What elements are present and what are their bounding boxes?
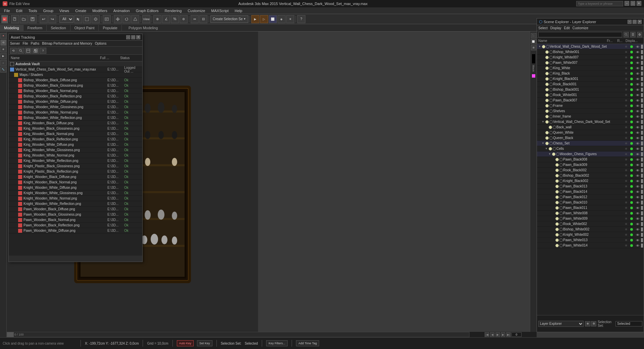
mirror-btn[interactable]: ⇔ bbox=[191, 15, 199, 23]
scene-display-toggle[interactable] bbox=[634, 205, 641, 211]
scene-list-item[interactable]: Pawn_Black007 ❄ bbox=[537, 98, 644, 103]
scene-render-toggle[interactable] bbox=[629, 178, 634, 184]
scene-list-item[interactable]: Knight_White002 ❄ bbox=[537, 232, 644, 237]
scene-bottom-btn-2[interactable]: ⚙ bbox=[591, 321, 596, 326]
scene-render-toggle[interactable] bbox=[629, 103, 634, 108]
align-btn[interactable]: ⊟ bbox=[199, 15, 207, 23]
app-logo-btn[interactable]: M bbox=[1, 15, 8, 23]
asset-list-item[interactable]: Knight_Wooden_Black_Normal.png E:\3D... … bbox=[9, 180, 142, 185]
scene-render-toggle[interactable] bbox=[629, 71, 634, 76]
scene-render-toggle[interactable] bbox=[629, 243, 634, 248]
render-frame-btn[interactable]: ⬜ bbox=[269, 15, 277, 23]
scene-freeze-toggle[interactable]: ❄ bbox=[624, 87, 629, 92]
close-button[interactable]: ✕ bbox=[637, 1, 641, 6]
scene-search-icon[interactable] bbox=[624, 32, 629, 37]
scene-display-toggle[interactable] bbox=[634, 76, 641, 82]
scene-expander[interactable] bbox=[551, 201, 555, 205]
asset-list-item[interactable]: Bishop_Wooden_Black_Normal.png E:\3D... … bbox=[9, 88, 142, 94]
scene-render-toggle[interactable] bbox=[629, 194, 634, 200]
snap-btn[interactable]: ⊕ bbox=[153, 15, 161, 23]
asset-menu-bitmap[interactable]: Bitmap Performance and Memory bbox=[42, 42, 92, 45]
scene-freeze-toggle[interactable]: ❄ bbox=[624, 60, 629, 66]
scene-render-toggle[interactable] bbox=[629, 135, 634, 141]
asset-list-item[interactable]: King_Wooden_White_Glossiness.png E:\3D..… bbox=[9, 147, 142, 153]
asset-list-item[interactable]: Bishop_Wooden_Black_Reflection.png E:\3D… bbox=[9, 94, 142, 99]
scene-settings-btn[interactable]: ⚙ bbox=[637, 32, 642, 37]
tab-populate[interactable]: Populate bbox=[99, 25, 121, 31]
scene-display-toggle[interactable] bbox=[634, 108, 641, 114]
scene-display-toggle[interactable] bbox=[634, 49, 641, 55]
asset-menu-options[interactable]: Options bbox=[95, 42, 106, 45]
scene-display-toggle[interactable] bbox=[634, 151, 641, 157]
scene-list-item[interactable]: Pawn_Black014 ❄ bbox=[537, 189, 644, 194]
asset-vault-row[interactable]: Autodesk Vault bbox=[9, 61, 142, 67]
scene-expander[interactable] bbox=[544, 125, 548, 129]
scene-display-toggle[interactable] bbox=[634, 178, 641, 184]
tab-modeling[interactable]: Modeling bbox=[0, 25, 23, 31]
scene-freeze-toggle[interactable]: ❄ bbox=[624, 130, 629, 135]
key-filters-btn[interactable]: Key Filters... bbox=[266, 340, 288, 346]
scene-list-item[interactable]: Inner_frame ❄ bbox=[537, 114, 644, 119]
menu-create[interactable]: Create bbox=[72, 8, 89, 13]
scene-menu-customize[interactable]: Customize bbox=[573, 26, 588, 30]
scene-list-item[interactable]: Rook_Black001 ❄ bbox=[537, 82, 644, 87]
asset-list-item[interactable]: Bishop_Wooden_White_Reflection.png E:\3D… bbox=[9, 115, 142, 121]
scene-list-item[interactable]: Queen_Black ❄ bbox=[537, 135, 644, 141]
scene-list-item[interactable]: Knight_Black002 ❄ bbox=[537, 178, 644, 184]
auto-key-btn[interactable]: Auto Key bbox=[177, 340, 194, 346]
asset-maximize-btn[interactable]: □ bbox=[131, 35, 135, 39]
scene-render-toggle[interactable] bbox=[629, 119, 634, 125]
asset-list-item[interactable]: King_Wooden_White_Reflection.png E:\3D..… bbox=[9, 158, 142, 164]
asset-tb-btn-4[interactable] bbox=[32, 48, 39, 54]
scene-display-toggle[interactable] bbox=[634, 157, 641, 162]
tab-object-paint[interactable]: Object Paint bbox=[70, 25, 99, 31]
scene-expander[interactable] bbox=[551, 168, 555, 172]
scene-freeze-toggle[interactable]: ❄ bbox=[624, 135, 629, 141]
utility-panel-btn[interactable]: 🔧 bbox=[0, 67, 6, 73]
asset-list-item[interactable]: Bishop_Wooden_White_Diffuse.png E:\3D...… bbox=[9, 99, 142, 104]
scene-freeze-toggle[interactable]: ❄ bbox=[624, 76, 629, 82]
menu-customize[interactable]: Customize bbox=[185, 8, 208, 13]
asset-menu-file[interactable]: File bbox=[22, 42, 28, 45]
scene-list-item[interactable]: Bishop_Black002 ❄ bbox=[537, 173, 644, 178]
asset-list-item[interactable]: King_Wooden_White_Diffuse.png E:\3D... O… bbox=[9, 142, 142, 147]
scene-render-toggle[interactable] bbox=[629, 66, 634, 71]
scene-close-btn[interactable]: ✕ bbox=[638, 20, 642, 24]
scene-expander[interactable] bbox=[551, 233, 555, 237]
scene-display-toggle[interactable] bbox=[634, 114, 641, 119]
scene-freeze-toggle[interactable]: ❄ bbox=[624, 227, 629, 232]
scene-menu-edit[interactable]: Edit bbox=[564, 26, 570, 30]
scene-render-toggle[interactable] bbox=[629, 157, 634, 162]
scene-render-toggle[interactable] bbox=[629, 162, 634, 168]
asset-menu-server[interactable]: Server bbox=[10, 42, 20, 45]
scene-expander[interactable] bbox=[541, 66, 545, 70]
scene-display-toggle[interactable] bbox=[634, 146, 641, 151]
add-time-tag-btn[interactable]: Add Time Tag bbox=[296, 340, 319, 346]
scene-expander[interactable] bbox=[541, 88, 545, 92]
asset-list-item[interactable]: Pawn_Wooden_Black_Normal.png E:\3D... Ok bbox=[9, 217, 142, 223]
time-thumb[interactable] bbox=[7, 332, 14, 337]
scene-render-toggle[interactable] bbox=[629, 55, 634, 60]
scene-render-toggle[interactable] bbox=[629, 200, 634, 205]
menu-modifiers[interactable]: Modifiers bbox=[90, 8, 110, 13]
menu-edit[interactable]: Edit bbox=[13, 8, 25, 13]
open-btn[interactable] bbox=[20, 15, 28, 23]
scene-expander[interactable]: ▼ bbox=[538, 45, 542, 49]
move-btn[interactable] bbox=[114, 15, 122, 23]
scene-list-item[interactable]: Pawn_Black009 ❄ bbox=[537, 162, 644, 168]
render-env-btn[interactable]: ☀ bbox=[286, 15, 294, 23]
asset-list-item[interactable]: Knight_Wooden_White_Normal.png E:\3D... … bbox=[9, 196, 142, 201]
set-key-btn[interactable]: Set Key bbox=[197, 340, 212, 346]
create-selection-set-btn[interactable]: Create Selection Se ▼ bbox=[210, 15, 248, 23]
scene-list-item[interactable]: Rook_White001 ❄ bbox=[537, 92, 644, 98]
scene-render-toggle[interactable] bbox=[629, 211, 634, 216]
angle-snap-btn[interactable]: ∠ bbox=[162, 15, 170, 23]
tab-selection[interactable]: Selection bbox=[47, 25, 70, 31]
scene-freeze-toggle[interactable]: ❄ bbox=[624, 44, 629, 49]
scene-list-item[interactable]: Pawn_Black012 ❄ bbox=[537, 194, 644, 200]
scene-freeze-toggle[interactable]: ❄ bbox=[624, 194, 629, 200]
scene-display-toggle[interactable] bbox=[634, 55, 641, 60]
scene-display-toggle[interactable] bbox=[634, 173, 641, 178]
frame-input[interactable] bbox=[511, 332, 522, 337]
scene-render-toggle[interactable] bbox=[629, 151, 634, 157]
